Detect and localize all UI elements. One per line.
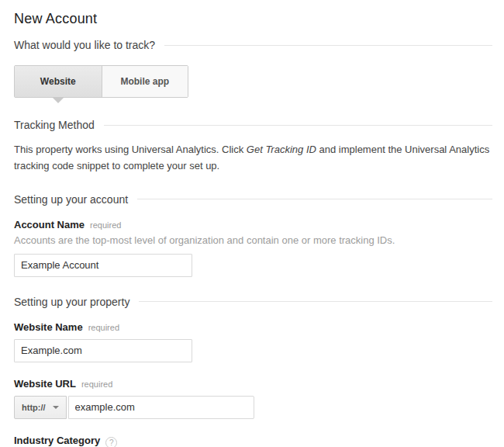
website-name-label-row: Website Name required — [14, 321, 492, 333]
website-url-input[interactable] — [68, 396, 254, 419]
description-italic: Get Tracking ID — [247, 144, 316, 155]
track-section-header: What would you like to track? — [14, 39, 492, 51]
required-badge: required — [81, 379, 112, 389]
required-badge: required — [90, 220, 121, 230]
section-divider — [137, 199, 492, 199]
tracking-method-header: Tracking Method — [14, 119, 492, 131]
website-url-row: http:// — [14, 396, 492, 419]
tab-mobile-app[interactable]: Mobile app — [102, 66, 188, 97]
new-account-page: New Account What would you like to track… — [0, 0, 504, 447]
track-section-heading: What would you like to track? — [14, 39, 155, 51]
required-badge: required — [88, 323, 119, 332]
chevron-down-icon — [53, 406, 59, 409]
account-name-help-text: Accounts are the top-most level of organ… — [14, 234, 492, 246]
property-section-header: Setting up your property — [14, 296, 492, 308]
tab-website[interactable]: Website — [15, 66, 102, 97]
website-url-label-row: Website URL required — [14, 378, 492, 390]
url-protocol-dropdown[interactable]: http:// — [14, 396, 67, 419]
description-prefix: This property works using Universal Anal… — [14, 144, 247, 155]
industry-category-label-row: Industry Category ? — [14, 435, 492, 447]
account-name-input[interactable] — [14, 254, 192, 277]
url-protocol-value: http:// — [22, 403, 46, 412]
tracking-method-description: This property works using Universal Anal… — [14, 141, 492, 175]
property-section-heading: Setting up your property — [14, 296, 129, 308]
website-url-label: Website URL — [14, 378, 76, 390]
account-section-header: Setting up your account — [14, 193, 492, 206]
tab-website-label: Website — [40, 76, 76, 87]
account-section-heading: Setting up your account — [14, 193, 128, 206]
section-divider — [139, 301, 492, 302]
selected-tab-pointer-icon — [52, 97, 64, 103]
website-name-label: Website Name — [14, 321, 83, 333]
page-title: New Account — [14, 11, 492, 27]
tracking-method-heading: Tracking Method — [14, 119, 95, 131]
track-type-tabs: Website Mobile app — [14, 65, 188, 98]
account-name-label: Account Name — [14, 219, 85, 230]
section-divider — [104, 125, 492, 126]
website-name-input[interactable] — [14, 339, 192, 362]
tab-mobile-app-label: Mobile app — [120, 76, 169, 87]
section-divider — [164, 45, 492, 46]
account-name-label-row: Account Name required — [14, 219, 492, 230]
help-question-icon[interactable]: ? — [105, 437, 117, 447]
industry-category-label: Industry Category — [14, 435, 100, 446]
